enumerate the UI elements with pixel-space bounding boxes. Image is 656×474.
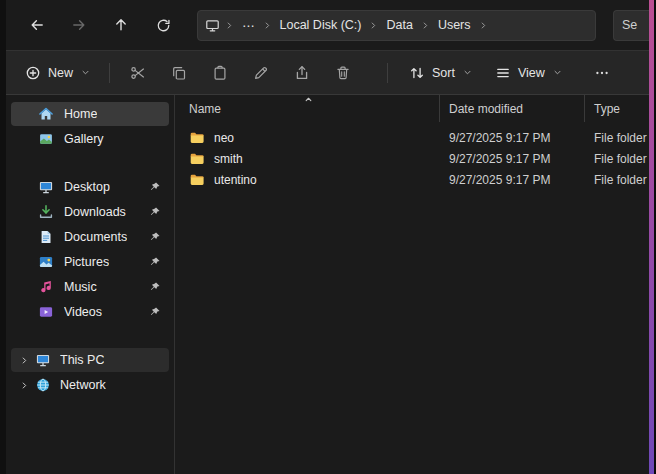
view-button[interactable]: View	[486, 57, 572, 89]
column-header-date-modified[interactable]: Date modified	[440, 95, 585, 122]
file-row-utentino[interactable]: utentino 9/27/2025 9:17 PM File folder	[175, 169, 649, 190]
column-header-type[interactable]: Type	[585, 95, 649, 122]
sidebar-item-label: Documents	[64, 230, 127, 244]
network-icon	[35, 377, 51, 393]
sidebar-item-home[interactable]: Home	[11, 102, 169, 126]
address-bar[interactable]: ⋯ Local Disk (C:) Data Users	[197, 10, 596, 41]
cut-button[interactable]	[119, 57, 156, 89]
expand-chevron-icon[interactable]	[19, 355, 30, 366]
pin-icon	[149, 231, 161, 243]
sidebar-item-desktop[interactable]: Desktop	[11, 175, 169, 199]
new-button-label: New	[48, 66, 73, 80]
forward-button[interactable]	[62, 9, 96, 41]
scissors-icon	[130, 65, 146, 81]
refresh-button[interactable]	[146, 9, 180, 41]
rename-pencil-icon	[253, 65, 269, 81]
sidebar-item-label: Pictures	[64, 255, 109, 269]
name-cell: smith	[175, 151, 440, 167]
back-button[interactable]	[20, 9, 54, 41]
file-row-smith[interactable]: smith 9/27/2025 9:17 PM File folder	[175, 148, 649, 169]
pin-icon	[149, 281, 161, 293]
search-input[interactable]: Se	[613, 10, 649, 41]
back-arrow-icon	[29, 17, 45, 33]
type-cell: File folder	[585, 152, 649, 166]
sidebar-item-music[interactable]: Music	[11, 275, 169, 299]
file-name: utentino	[214, 173, 257, 187]
rename-button[interactable]	[242, 57, 279, 89]
explorer-body: Home Gallery Desktop Downloads Documents	[6, 95, 649, 474]
name-cell: neo	[175, 130, 440, 146]
share-button[interactable]	[283, 57, 320, 89]
toolbar-separator	[109, 63, 110, 83]
type-cell: File folder	[585, 173, 649, 187]
chevron-right-icon[interactable]	[478, 20, 489, 31]
type-cell: File folder	[585, 131, 649, 145]
expand-chevron-icon[interactable]	[19, 380, 30, 391]
chevron-right-icon[interactable]	[262, 20, 273, 31]
plus-circle-icon	[25, 65, 41, 81]
chevron-right-icon[interactable]	[224, 20, 235, 31]
sort-button[interactable]: Sort	[400, 57, 482, 89]
refresh-icon	[156, 18, 171, 33]
delete-button[interactable]	[324, 57, 361, 89]
videos-icon	[38, 304, 54, 320]
name-cell: utentino	[175, 172, 440, 188]
breadcrumb-overflow[interactable]: ⋯	[236, 15, 261, 36]
file-name: neo	[214, 131, 234, 145]
sidebar-item-videos[interactable]: Videos	[11, 300, 169, 324]
sidebar: Home Gallery Desktop Downloads Documents	[6, 95, 175, 474]
sidebar-gap	[6, 325, 174, 347]
breadcrumb-item-users[interactable]: Users	[432, 15, 477, 35]
gallery-icon	[38, 131, 54, 147]
home-icon	[38, 106, 54, 122]
file-list: Name Date modified Type neo 9/27/2025 9:…	[175, 95, 649, 474]
documents-icon	[38, 229, 54, 245]
date-cell: 9/27/2025 9:17 PM	[440, 173, 585, 187]
folder-icon	[189, 172, 205, 188]
sidebar-item-documents[interactable]: Documents	[11, 225, 169, 249]
sidebar-item-pictures[interactable]: Pictures	[11, 250, 169, 274]
downloads-icon	[38, 204, 54, 220]
command-bar: New Sort View	[6, 50, 649, 95]
see-more-button[interactable]	[584, 57, 621, 89]
breadcrumb-item-local-disk[interactable]: Local Disk (C:)	[274, 15, 368, 35]
file-name: smith	[214, 152, 243, 166]
sort-arrows-icon	[409, 65, 425, 81]
breadcrumb-item-data[interactable]: Data	[380, 15, 418, 35]
pin-icon	[149, 256, 161, 268]
sidebar-item-this-pc[interactable]: This PC	[11, 348, 169, 372]
chevron-down-icon	[462, 67, 473, 78]
new-button[interactable]: New	[16, 57, 100, 89]
sort-ascending-icon	[303, 94, 314, 105]
sidebar-item-gallery[interactable]: Gallery	[11, 127, 169, 151]
sidebar-item-label: This PC	[60, 353, 104, 367]
this-pc-icon	[35, 352, 51, 368]
pin-icon	[149, 206, 161, 218]
file-row-neo[interactable]: neo 9/27/2025 9:17 PM File folder	[175, 127, 649, 148]
pin-icon	[149, 306, 161, 318]
paste-button[interactable]	[201, 57, 238, 89]
sidebar-item-label: Gallery	[64, 132, 104, 146]
desktop-icon	[38, 179, 54, 195]
copy-button[interactable]	[160, 57, 197, 89]
folder-icon	[189, 151, 205, 167]
sidebar-gap	[6, 152, 174, 174]
ellipsis-icon	[594, 65, 610, 81]
chevron-right-icon[interactable]	[368, 20, 379, 31]
date-cell: 9/27/2025 9:17 PM	[440, 131, 585, 145]
sidebar-item-label: Desktop	[64, 180, 110, 194]
chevron-right-icon[interactable]	[420, 20, 431, 31]
up-arrow-icon	[113, 17, 129, 33]
navigation-bar: ⋯ Local Disk (C:) Data Users Se	[6, 0, 649, 50]
chevron-down-icon	[552, 67, 563, 78]
sidebar-item-downloads[interactable]: Downloads	[11, 200, 169, 224]
clipboard-icon	[212, 65, 228, 81]
column-label: Type	[594, 102, 620, 116]
forward-arrow-icon	[71, 17, 87, 33]
column-label: Date modified	[449, 102, 523, 116]
trash-icon	[335, 65, 351, 81]
sidebar-item-network[interactable]: Network	[11, 373, 169, 397]
sidebar-item-label: Music	[64, 280, 97, 294]
sort-button-label: Sort	[432, 66, 455, 80]
up-button[interactable]	[104, 9, 138, 41]
